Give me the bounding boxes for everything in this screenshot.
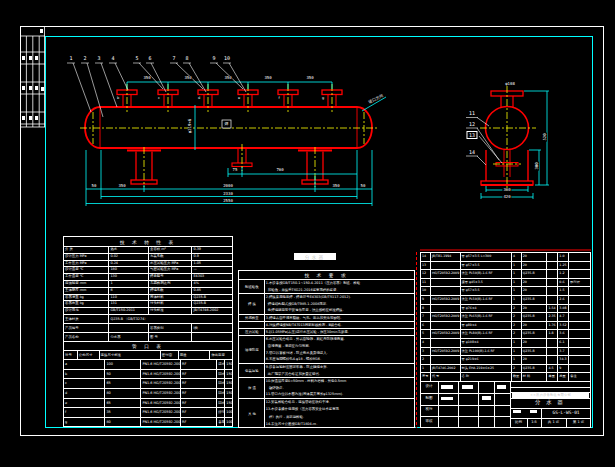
scale-value: 1:5 — [531, 421, 537, 425]
table-cell: 图 号 — [149, 333, 192, 341]
table-cell: 进水 — [217, 360, 225, 369]
table-cell: 备注 — [569, 373, 590, 382]
table-cell: RF — [181, 379, 217, 388]
dim-support-width: 360 — [502, 188, 511, 192]
bom-table: 14JB/T81-1994管 φ57×3.5 L=3004201.013管 φ5… — [420, 252, 591, 382]
table-cell: 1.54 — [547, 305, 558, 313]
table-cell: E4303 — [192, 274, 232, 280]
drawing-title-bar: 分水器 — [294, 253, 336, 260]
table-cell: 管 φ57×3.5 — [461, 287, 512, 295]
req-text-cell: 12.安装检验合格后，连接管路应吹扫干净。13.本设备操作使用按《压力容器安全技… — [265, 399, 414, 428]
table-cell: 1.05 — [192, 261, 232, 267]
table-cell: 14 — [421, 253, 431, 261]
table-cell: 0.39 — [192, 247, 232, 253]
balloon-5: 5 — [135, 56, 138, 61]
balloon-11: 11 — [469, 111, 475, 116]
table-cell: c — [64, 379, 105, 388]
table-cell: 6 — [109, 288, 149, 294]
table-cell: 1.2 — [558, 270, 569, 278]
dim-drain-span: 760 — [275, 168, 284, 172]
table-cell: 法兰 PL50(B)-1.6 RF — [461, 270, 512, 278]
table-cell: 设计压力 MPa — [64, 254, 109, 260]
balloon-3: 3 — [97, 56, 100, 61]
strip-mark — [22, 116, 25, 120]
table-cell: 7 — [421, 313, 431, 321]
product-name: 分 水 器 — [535, 401, 565, 405]
table-cell: JB/T81-1994 — [431, 253, 461, 261]
table-cell: 6.1 — [558, 339, 569, 347]
table-cell: 水压试验压力 MPa — [149, 261, 192, 267]
table-cell: 气密试验压力 MPa — [149, 267, 192, 273]
table-cell: 3.7 — [558, 348, 569, 356]
table-cell: 总重 — [558, 373, 569, 382]
balloon-8: 8 — [185, 56, 188, 61]
weld-tag: 焊 — [224, 122, 230, 126]
table-cell: 6 — [421, 322, 431, 330]
signature-mark — [513, 410, 521, 413]
table-cell: 介 质 — [64, 247, 109, 253]
table-cell — [431, 322, 461, 330]
table-cell: 13 — [421, 262, 431, 270]
table-cell — [431, 279, 461, 287]
table-cell: 9 — [421, 296, 431, 304]
table-cell: GB/T150-2011 — [109, 308, 149, 314]
title-block-line — [510, 418, 591, 419]
table-cell — [569, 365, 590, 373]
table-cell — [547, 348, 558, 356]
table-cell: 连接尺寸标准 — [100, 351, 161, 359]
titleblock-design-label: 设计 — [426, 385, 433, 389]
table-cell: 管 φ108×4 — [461, 339, 512, 347]
table-cell: Q235-B — [522, 330, 548, 338]
strip-mark — [22, 86, 25, 90]
table-cell: 20 — [522, 322, 548, 330]
table-cell: Q235-B — [522, 348, 548, 356]
table-cell: 1.8 — [547, 330, 558, 338]
table-cell: PN1.6 HG/T20592-2009 — [141, 399, 181, 408]
table-cell: 产品编号 — [64, 324, 109, 332]
titleblock-audit-label: 审核 — [426, 420, 433, 424]
table-cell: RF — [181, 408, 217, 417]
table-cell: 20 — [522, 287, 548, 295]
side-view-saddles — [127, 148, 332, 184]
table-cell: g — [64, 418, 105, 427]
table-cell: Q235-B — [192, 295, 232, 301]
table-cell — [431, 356, 461, 364]
sheet-number: 第 1 张 — [573, 421, 584, 425]
tech-spec-table: 技 术 特 性 表介 质热水全容积 m³0.39设计压力 MPa0.02充装系数… — [63, 236, 233, 427]
strip-mark — [22, 56, 25, 60]
table-cell: 0.02 — [109, 254, 149, 260]
req-label-cell: 制造验收 — [239, 280, 265, 293]
table-cell: 封头 EHA 219×6×25 — [461, 365, 512, 373]
req-label-cell — [239, 322, 265, 328]
table-cell: 1 — [512, 348, 522, 356]
table-cell — [547, 253, 558, 261]
table-cell: 4% — [192, 281, 232, 287]
table-cell: 150 — [225, 389, 232, 398]
table-cell: RF — [181, 360, 217, 369]
table-cell: Q235-B — [522, 270, 548, 278]
req-text-cell: 10.保温层厚度δ=50mm，材料为岩棉，外包0.5mm 镀锌铁皮。11.管口方… — [265, 378, 414, 398]
req-label-cell: 焊 接 — [239, 294, 265, 314]
table-cell: 容器类别 — [149, 324, 192, 332]
table-cell: 容器净重 kg — [64, 295, 109, 301]
table-cell: — — [192, 267, 232, 273]
signature-mark — [530, 410, 537, 413]
balloon-14: 14 — [469, 150, 475, 155]
table-cell: 150 — [225, 399, 232, 408]
table-cell: 容器总重 kg — [64, 301, 109, 307]
table-cell: JB/T4746-2002 — [431, 365, 461, 373]
table-cell: 工作温度 ℃ — [64, 274, 109, 280]
strip-mark — [40, 29, 43, 33]
table-cell: 100 — [225, 418, 232, 427]
table-cell: Q235-B — [522, 365, 548, 373]
table-cell: PN1.6 HG/T20592-2009 — [141, 408, 181, 417]
table-cell: 公称尺寸 — [78, 351, 100, 359]
table-cell: 3 — [421, 348, 431, 356]
strip-mark — [29, 56, 32, 60]
table-cell — [569, 348, 590, 356]
table-cell: 分水器 — [109, 333, 149, 341]
table-cell: 1.5 — [558, 287, 569, 295]
signature-mark — [482, 396, 491, 400]
table-title: 技 术 特 性 表 — [64, 237, 232, 247]
table-cell — [109, 324, 149, 332]
